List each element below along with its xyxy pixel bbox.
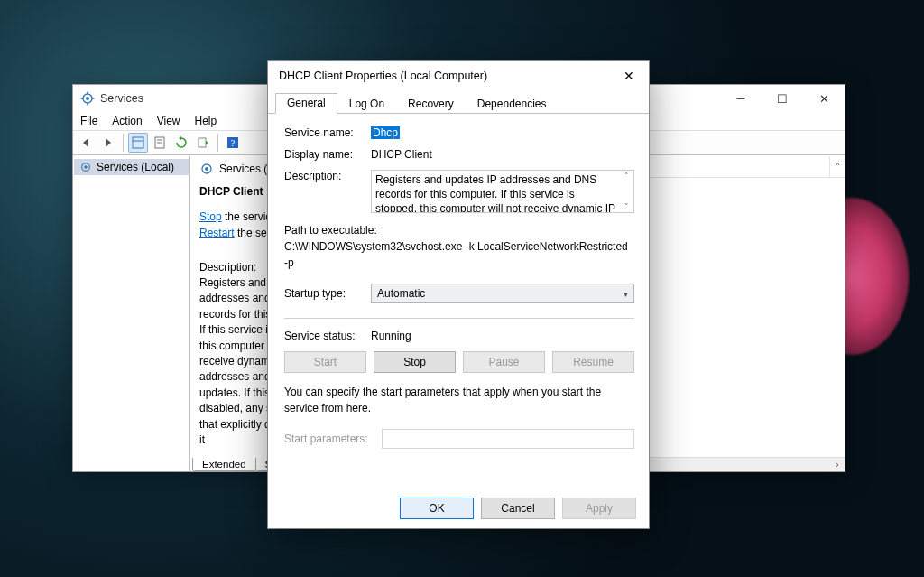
scroll-up-icon[interactable]: ˄ <box>830 162 845 172</box>
tree-pane[interactable]: Services (Local) <box>73 156 190 471</box>
svg-point-1 <box>86 97 89 100</box>
tree-root-services-local[interactable]: Services (Local) <box>74 159 189 175</box>
toolbar-refresh-icon[interactable] <box>171 133 191 153</box>
resume-button: Resume <box>552 351 634 373</box>
apply-button: Apply <box>562 498 636 519</box>
dialog-close-button[interactable]: ✕ <box>609 61 649 90</box>
tab-recovery[interactable]: Recovery <box>396 94 466 114</box>
value-service-status: Running <box>371 330 634 342</box>
gear-icon <box>199 162 214 176</box>
desc-scroll-up-icon[interactable]: ˄ <box>620 171 633 181</box>
minimize-button[interactable]: ─ <box>720 85 762 112</box>
close-button[interactable]: ✕ <box>803 85 845 112</box>
ok-button[interactable]: OK <box>400 498 474 519</box>
toolbar-separator <box>123 134 124 152</box>
toolbar-properties-icon[interactable] <box>150 133 170 153</box>
label-description: Description: <box>284 170 371 182</box>
svg-rect-6 <box>133 137 143 148</box>
toolbar-separator-2 <box>217 134 218 152</box>
start-button: Start <box>284 351 366 373</box>
svg-text:?: ? <box>231 137 236 148</box>
restart-service-link[interactable]: Restart <box>199 227 235 239</box>
tab-extended[interactable]: Extended <box>192 458 256 471</box>
stop-button[interactable]: Stop <box>374 351 456 373</box>
description-box[interactable]: Registers and updates IP addresses and D… <box>371 170 634 213</box>
back-button[interactable] <box>77 133 97 153</box>
label-start-params: Start parameters: <box>284 433 371 445</box>
start-params-hint: You can specify the start parameters tha… <box>284 384 634 416</box>
menu-file[interactable]: File <box>80 115 97 127</box>
dialog-action-buttons: OK Cancel Apply <box>400 498 636 519</box>
label-service-name: Service name: <box>284 126 371 139</box>
pause-button: Pause <box>463 351 545 373</box>
label-startup-type: Startup type: <box>284 287 371 300</box>
toolbar-details-icon[interactable] <box>128 133 148 153</box>
toolbar-export-icon[interactable] <box>193 133 213 153</box>
label-path: Path to executable: <box>284 222 634 238</box>
services-app-icon <box>80 91 95 106</box>
dialog-body: Service name: Dhcp Display name: DHCP Cl… <box>268 114 649 456</box>
chevron-down-icon: ▾ <box>624 289 628 299</box>
value-display-name: DHCP Client <box>371 148 634 161</box>
startup-type-combo[interactable]: Automatic ▾ <box>371 284 634 303</box>
tab-logon[interactable]: Log On <box>337 94 396 114</box>
svg-point-15 <box>84 165 88 169</box>
dialog-titlebar[interactable]: DHCP Client Properties (Local Computer) … <box>268 61 649 90</box>
stop-service-link[interactable]: Stop <box>199 210 222 223</box>
svg-rect-11 <box>199 138 206 147</box>
start-params-input <box>382 429 634 449</box>
value-service-name[interactable]: Dhcp <box>371 126 400 139</box>
desc-scroll-down-icon[interactable]: ˅ <box>620 201 633 212</box>
description-value: Registers and updates IP addresses and D… <box>375 173 615 213</box>
menu-action[interactable]: Action <box>112 115 142 127</box>
gear-icon <box>79 161 92 173</box>
tab-dependencies[interactable]: Dependencies <box>466 94 559 114</box>
startup-type-value: Automatic <box>377 287 425 300</box>
forward-button[interactable] <box>98 133 118 153</box>
label-service-status: Service status: <box>284 330 371 342</box>
properties-dialog: DHCP Client Properties (Local Computer) … <box>267 60 650 529</box>
cancel-button[interactable]: Cancel <box>481 498 555 519</box>
separator <box>284 318 634 319</box>
tree-root-label: Services (Local) <box>97 161 174 173</box>
restart-suffix: the se <box>235 227 267 239</box>
dialog-tabs: General Log On Recovery Dependencies <box>268 92 649 114</box>
tab-general[interactable]: General <box>275 93 337 114</box>
maximize-button[interactable]: ☐ <box>762 85 803 112</box>
label-display-name: Display name: <box>284 148 371 161</box>
menu-help[interactable]: Help <box>195 115 217 127</box>
menu-view[interactable]: View <box>157 115 180 127</box>
value-path: C:\WINDOWS\system32\svchost.exe -k Local… <box>284 238 634 271</box>
svg-point-17 <box>205 167 208 171</box>
scroll-right-icon[interactable]: › <box>830 458 845 472</box>
toolbar-help-icon[interactable]: ? <box>223 133 243 153</box>
dialog-title: DHCP Client Properties (Local Computer) <box>279 70 609 82</box>
